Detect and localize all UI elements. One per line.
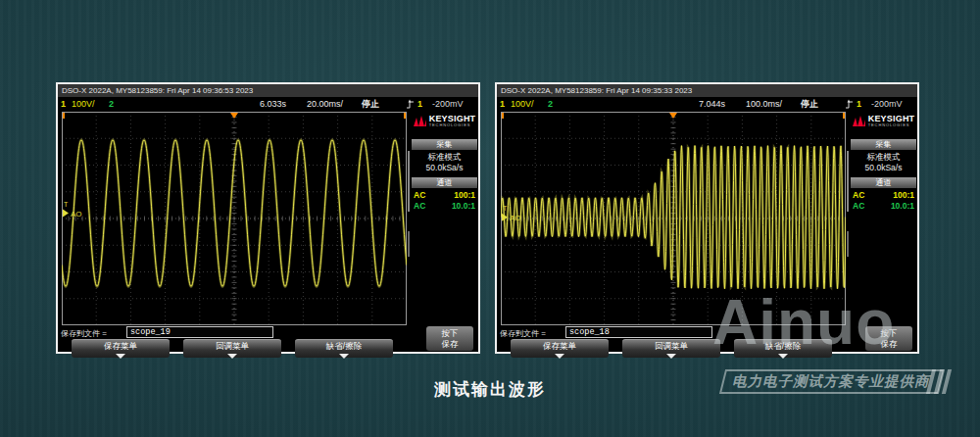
press-save-line2: 保存 [426,339,473,350]
save-to-file-label: 保存到文件 = [500,328,546,339]
softkey-default-erase[interactable]: 缺省/擦除 [295,339,393,358]
timebase-readout: 20.00ms/ [307,97,343,111]
softkey-label: 保存菜单 [543,341,576,351]
trigger-source: 1 [857,97,861,111]
channel1-coupling: AC [414,190,425,200]
down-arrow-icon [339,354,349,359]
channel1-coupling-row: AC 100:1 [414,190,475,200]
acquisition-panel-header: 采集 [412,139,477,150]
channel2-probe-ratio: 10.0:1 [891,201,914,211]
keysight-spark-icon [414,115,426,127]
channel1-number: 1 [61,97,66,111]
down-arrow-icon [227,354,237,359]
ainuo-watermark-logo: Ainuo [712,291,895,354]
down-arrow-icon [666,354,676,359]
softkey-label: 缺省/擦除 [326,341,362,351]
menu-scroll-indicator [408,151,410,212]
press-to-save-button[interactable]: 按下 保存 [426,326,473,351]
sample-rate: 50.0kSa/s [411,163,478,172]
channel2-number: 2 [548,97,553,111]
softkey-label: 保存菜单 [104,341,137,351]
delay-readout: 6.033s [260,97,286,111]
softkey-label: 回调菜单 [655,341,688,351]
acquisition-panel-header: 采集 [851,139,916,150]
run-state: 停止 [362,97,379,111]
channel2-coupling-row: AC 10.0:1 [414,201,475,211]
softkey-recall-menu[interactable]: 回调菜单 [622,339,720,358]
channel2-coupling: AC [414,201,425,211]
waveform-display: TAO [62,112,407,325]
ainuo-slogan-badge: 电力电子测试方案专业提供商 [719,369,945,394]
trigger-source: 1 [417,97,422,111]
scope-side-panel: KEYSIGHT TECHNOLOGIES 采集 标准模式 50.0kSa/s … [411,111,478,352]
channel1-scale: 100V/ [72,97,95,111]
ainuo-slogan-text: 电力电子测试方案专业提供商 [731,372,933,391]
timebase-readout: 100.0ms/ [746,97,782,111]
channel2-coupling: AC [853,201,864,211]
filename-value: scope_19 [127,327,272,337]
channel1-probe-ratio: 100:1 [454,190,475,200]
channel1-coupling: AC [853,190,864,200]
channel1-coupling-row: AC 100:1 [853,190,914,200]
channel1-probe-ratio: 100:1 [893,190,914,200]
filename-value: scope_18 [566,327,711,337]
delay-readout: 7.044s [699,97,725,111]
menu-scroll-indicator [408,231,410,257]
scope-status-bar: 1 100V/ 2 7.044s 100.0ms/ 停止 1 -200mV [497,97,917,111]
keysight-spark-icon [853,115,865,127]
run-state: 停止 [801,97,818,111]
svg-text:T: T [503,205,508,212]
keysight-sub-text: TECHNOLOGIES [429,123,476,127]
channels-panel-header: 通道 [851,177,916,188]
sample-rate: 50.0kSa/s [850,163,917,172]
trigger-level: -200mV [871,97,903,111]
menu-scroll-indicator [847,231,849,257]
save-to-file-label: 保存到文件 = [61,328,107,339]
softkey-recall-menu[interactable]: 回调菜单 [183,339,281,358]
scope-model-timestamp: DSO-X 2022A, MY58123859: Fri Apr 14 09:3… [497,84,917,97]
channels-panel-header: 通道 [412,177,477,188]
down-arrow-icon [555,354,564,359]
svg-text:T: T [64,201,69,208]
softkey-save-menu[interactable]: 保存菜单 [72,339,170,358]
softkey-label: 回调菜单 [216,341,249,351]
svg-text:AO: AO [71,210,82,218]
scope-status-bar: 1 100V/ 2 6.033s 20.00ms/ 停止 1 -200mV [58,97,478,111]
channel1-number: 1 [500,97,505,111]
down-arrow-icon [116,354,125,359]
channel2-probe-ratio: 10.0:1 [452,201,475,211]
filename-field[interactable]: scope_19 [126,326,273,338]
press-save-line1: 按下 [426,328,473,339]
keysight-logo: KEYSIGHT TECHNOLOGIES [850,115,917,127]
softkey-save-menu[interactable]: 保存菜单 [511,339,609,358]
keysight-sub-text: TECHNOLOGIES [868,123,915,127]
scope-model-timestamp: DSO-X 2022A, MY58123859: Fri Apr 14 09:3… [58,84,478,97]
channel2-coupling-row: AC 10.0:1 [853,201,914,211]
svg-text:AO: AO [510,214,521,222]
oscilloscope-screenshot-left: DSO-X 2022A, MY58123859: Fri Apr 14 09:3… [56,82,480,354]
trigger-level: -200mV [432,97,464,111]
menu-scroll-indicator [847,151,849,212]
channel1-scale: 100V/ [511,97,534,111]
filename-field[interactable]: scope_18 [565,326,712,338]
keysight-logo: KEYSIGHT TECHNOLOGIES [411,115,478,127]
channel2-number: 2 [109,97,114,111]
